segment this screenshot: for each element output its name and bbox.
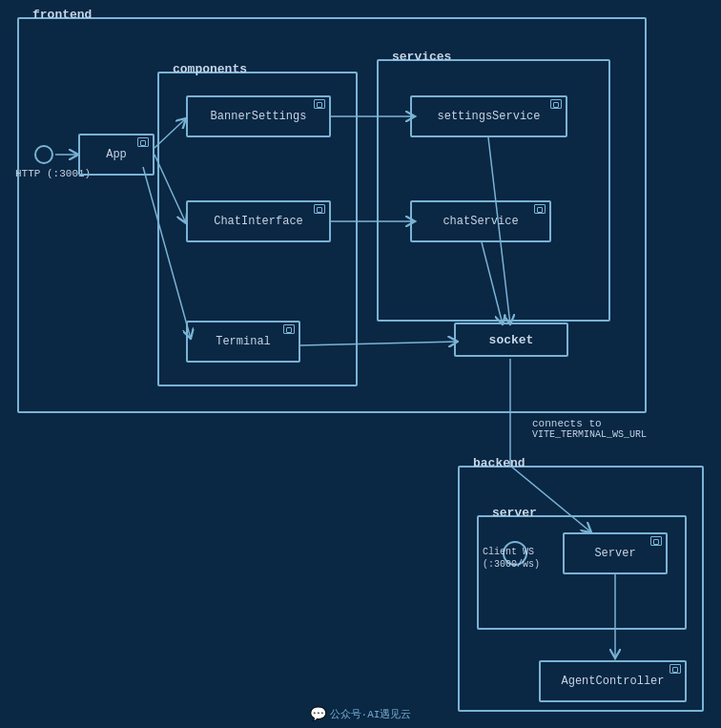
connects-to-annotation: connects to VITE_TERMINAL_WS_URL (532, 418, 647, 440)
backend-label: backend (469, 456, 529, 470)
services-label: services (388, 50, 455, 64)
terminal-node: Terminal (186, 321, 300, 363)
agent-icon (670, 664, 681, 674)
socket-label: socket (489, 333, 534, 347)
components-label: components (169, 62, 251, 76)
server-label: Server (594, 547, 635, 560)
banner-settings-label: BannerSettings (211, 110, 307, 123)
frontend-label: frontend (29, 8, 95, 22)
server-node: Server (563, 532, 668, 574)
chat-interface-node: ChatInterface (186, 200, 331, 242)
server-frame-label: server (488, 506, 541, 520)
chat-service-label: chatService (443, 215, 518, 228)
settings-service-icon (550, 99, 562, 109)
settings-service-node: settingsService (410, 95, 567, 137)
chat-service-icon (534, 204, 546, 214)
terminal-label: Terminal (216, 335, 271, 348)
chat-icon (314, 204, 325, 214)
banner-settings-node: BannerSettings (186, 95, 331, 137)
diagram-container: frontend components services backend ser… (0, 0, 721, 728)
agent-controller-label: AgentController (561, 675, 664, 688)
terminal-icon (283, 324, 295, 334)
app-node: App (78, 134, 154, 176)
watermark-icon: 💬 (310, 706, 326, 722)
app-icon (137, 137, 149, 147)
agent-controller-node: AgentController (539, 660, 687, 702)
watermark: 💬 公众号·AI遇见云 (310, 706, 412, 722)
connects-line1: connects to (532, 418, 647, 429)
app-label: App (106, 148, 127, 161)
chat-service-node: chatService (410, 200, 551, 242)
connects-line2: VITE_TERMINAL_WS_URL (532, 429, 647, 440)
banner-icon (314, 99, 325, 109)
watermark-text: 公众号·AI遇见云 (330, 707, 412, 721)
chat-interface-label: ChatInterface (214, 215, 303, 228)
server-icon (650, 536, 662, 546)
socket-node: socket (454, 322, 568, 357)
http-endpoint-circle (34, 145, 53, 164)
settings-service-label: settingsService (437, 110, 540, 123)
client-ws-label: Client WS(:3000/ws) (483, 546, 540, 571)
